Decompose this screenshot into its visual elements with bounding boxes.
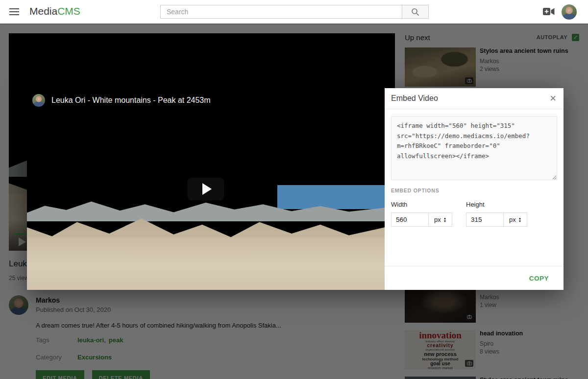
dimension-fields: Width px ▲▼ Height px <box>391 201 557 227</box>
spinner-icon: ▲▼ <box>443 217 446 222</box>
width-field: Width px ▲▼ <box>391 201 452 227</box>
embed-video-modal: Leuka Ori - White mountains - Peak at 24… <box>27 88 564 290</box>
play-icon <box>202 183 212 195</box>
search-input[interactable] <box>160 5 402 19</box>
height-input[interactable] <box>466 213 504 227</box>
modal-header: Embed Video × <box>385 88 564 109</box>
spinner-icon: ▲▼ <box>518 217 521 222</box>
preview-play-button[interactable] <box>188 178 224 200</box>
videocam-add-icon <box>543 8 555 15</box>
preview-title-bar: Leuka Ori - White mountains - Peak at 24… <box>32 94 211 107</box>
embed-options-label: EMBED OPTIONS <box>391 188 557 193</box>
embed-options-panel: Embed Video × <iframe width="560" height… <box>385 88 564 290</box>
user-avatar[interactable] <box>562 4 577 20</box>
embed-code-textarea[interactable]: <iframe width="560" height="315" src="ht… <box>391 116 557 180</box>
preview-author-avatar[interactable] <box>32 94 45 107</box>
width-unit-select[interactable]: px ▲▼ <box>428 213 452 227</box>
unit-value: px <box>509 216 516 223</box>
brand-part1: Media <box>29 5 57 17</box>
width-label: Width <box>391 201 452 208</box>
search-icon <box>411 8 419 16</box>
hamburger-menu-icon[interactable] <box>9 8 19 15</box>
unit-value: px <box>434 216 441 223</box>
preview-sea <box>277 185 385 209</box>
modal-footer: COPY <box>385 266 564 290</box>
brand-logo[interactable]: MediaCMS <box>29 5 80 17</box>
preview-video-title: Leuka Ori - White mountains - Peak at 24… <box>51 96 211 105</box>
page: MediaCMS Leuka Ori - White mountains - P… <box>0 0 588 379</box>
close-icon[interactable]: × <box>550 93 556 104</box>
upload-media-button[interactable] <box>543 8 555 17</box>
height-unit-select[interactable]: px ▲▼ <box>503 213 527 227</box>
preview-foreground <box>27 237 385 290</box>
width-input[interactable] <box>391 213 429 227</box>
search-bar <box>160 5 429 19</box>
height-field: Height px ▲▼ <box>466 201 527 227</box>
copy-button[interactable]: COPY <box>529 275 549 282</box>
search-button[interactable] <box>402 5 429 19</box>
height-label: Height <box>466 201 527 208</box>
brand-part2: CMS <box>57 5 80 17</box>
top-navbar: MediaCMS <box>0 0 588 24</box>
embed-preview-player: Leuka Ori - White mountains - Peak at 24… <box>27 88 385 290</box>
modal-title: Embed Video <box>391 94 438 103</box>
